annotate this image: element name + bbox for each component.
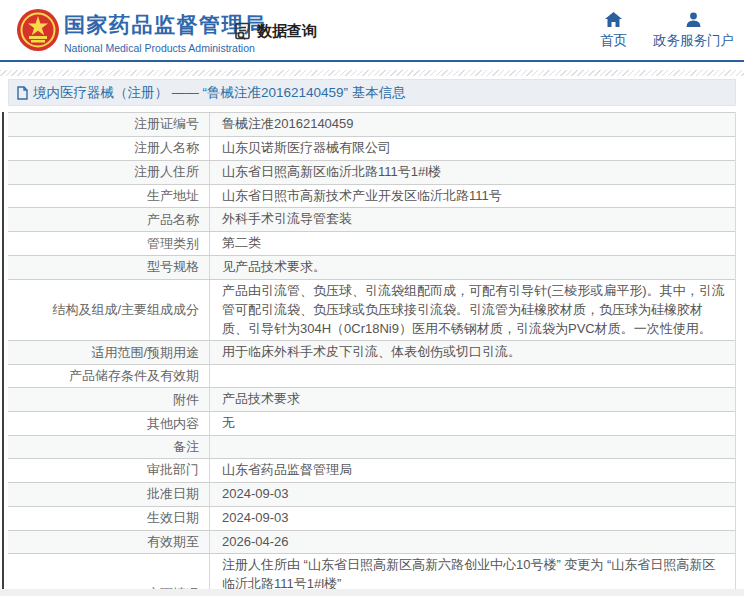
field-label-text: 产品储存条件及有效期 bbox=[69, 367, 199, 385]
field-value: 外科手术引流导管套装 bbox=[210, 208, 735, 231]
table-row: 产品储存条件及有效期 bbox=[8, 364, 735, 387]
field-label-text: 其他内容 bbox=[147, 415, 199, 433]
table-row: 生效日期 2024-09-03 bbox=[8, 506, 735, 530]
field-label: 有效期至 bbox=[8, 531, 210, 554]
table-left-accent bbox=[2, 112, 4, 596]
table-row: 产品名称 外科手术引流导管套装 bbox=[8, 207, 735, 231]
field-label: 产品储存条件及有效期 bbox=[8, 365, 210, 387]
field-label-text: 附件 bbox=[173, 391, 199, 409]
table-row: 备注 bbox=[8, 435, 735, 458]
table-row: 结构及组成/主要组成成分 产品由引流管、负压球、引流袋组配而成，可配有引导针(三… bbox=[8, 279, 735, 341]
field-label: 管理类别 bbox=[8, 232, 210, 255]
field-label-text: 备注 bbox=[173, 438, 199, 456]
nav-item-label: 政务服务门户 bbox=[653, 32, 734, 50]
table-row: 注册人住所 山东省日照高新区临沂北路111号1#l楼 bbox=[8, 160, 735, 184]
page-bottom-strip bbox=[0, 589, 744, 596]
field-label-text: 注册人住所 bbox=[134, 163, 199, 181]
field-value: 第二类 bbox=[210, 232, 735, 255]
table-row: 生产地址 山东省日照市高新技术产业开发区临沂北路111号 bbox=[8, 184, 735, 208]
field-value: 山东贝诺斯医疗器械有限公司 bbox=[210, 137, 735, 160]
table-row: 注册证编号 鲁械注准20162140459 bbox=[8, 112, 735, 136]
breadcrumb-text: 境内医疗器械（注册） —— “鲁械注准20162140459” 基本信息 bbox=[33, 84, 406, 102]
field-label-text: 批准日期 bbox=[147, 485, 199, 503]
field-value: 无 bbox=[210, 412, 735, 435]
field-label: 注册人住所 bbox=[8, 161, 210, 184]
field-value: 山东省日照高新区临沂北路111号1#l楼 bbox=[210, 161, 735, 184]
table-row: 审批部门 山东省药品监督管理局 bbox=[8, 458, 735, 482]
table-row: 适用范围/预期用途 用于临床外科手术皮下引流、体表创伤或切口引流。 bbox=[8, 340, 735, 364]
hatched-divider bbox=[0, 70, 744, 76]
breadcrumb: 境内医疗器械（注册） —— “鲁械注准20162140459” 基本信息 bbox=[8, 79, 736, 106]
field-label: 审批部门 bbox=[8, 459, 210, 482]
field-label: 型号规格 bbox=[8, 256, 210, 279]
field-value: 2026-04-26 bbox=[210, 531, 735, 554]
field-label-text: 产品名称 bbox=[147, 211, 199, 229]
field-value: 2024-09-03 bbox=[210, 483, 735, 506]
field-label: 注册人名称 bbox=[8, 137, 210, 160]
field-label: 适用范围/预期用途 bbox=[8, 341, 210, 364]
table-row: 批准日期 2024-09-03 bbox=[8, 482, 735, 506]
field-label-text: 注册人名称 bbox=[134, 139, 199, 157]
table-row: 附件 产品技术要求 bbox=[8, 387, 735, 411]
field-label: 注册证编号 bbox=[8, 113, 210, 136]
field-label: 生产地址 bbox=[8, 185, 210, 208]
table-row: 有效期至 2026-04-26 bbox=[8, 530, 735, 554]
field-label-text: 注册证编号 bbox=[134, 115, 199, 133]
field-label-text: 管理类别 bbox=[147, 235, 199, 253]
data-query-icon bbox=[233, 21, 253, 41]
field-label-text: 适用范围/预期用途 bbox=[91, 344, 199, 362]
field-label-text: 生效日期 bbox=[147, 509, 199, 527]
nav-item-label: 首页 bbox=[600, 32, 627, 50]
home-icon bbox=[605, 12, 622, 27]
field-label: 附件 bbox=[8, 388, 210, 411]
data-query-menu[interactable]: 数据查询 bbox=[233, 21, 317, 41]
field-label-text: 生产地址 bbox=[147, 187, 199, 205]
field-value: 2024-09-03 bbox=[210, 507, 735, 530]
registration-info-table: 注册证编号 鲁械注准20162140459 注册人名称 山东贝诺斯医疗器械有限公… bbox=[8, 112, 736, 596]
field-value: 产品由引流管、负压球、引流袋组配而成，可配有引导针(三棱形或扁平形)。其中，引流… bbox=[210, 280, 735, 341]
table-row: 管理类别 第二类 bbox=[8, 231, 735, 255]
field-label: 其他内容 bbox=[8, 412, 210, 435]
field-value: 产品技术要求 bbox=[210, 388, 735, 411]
field-label: 结构及组成/主要组成成分 bbox=[8, 280, 210, 341]
table-row: 注册人名称 山东贝诺斯医疗器械有限公司 bbox=[8, 136, 735, 160]
nav-item-home[interactable]: 首页 bbox=[600, 12, 627, 50]
field-value: 山东省日照市高新技术产业开发区临沂北路111号 bbox=[210, 185, 735, 208]
field-value: 山东省药品监督管理局 bbox=[210, 459, 735, 482]
field-value: 鲁械注准20162140459 bbox=[210, 113, 735, 136]
data-query-label: 数据查询 bbox=[257, 22, 317, 41]
field-label-text: 型号规格 bbox=[147, 258, 199, 276]
field-value: 见产品技术要求。 bbox=[210, 256, 735, 279]
site-header: 国家药品监督管理局 National Medical Products Admi… bbox=[0, 0, 744, 62]
field-label-text: 审批部门 bbox=[147, 461, 199, 479]
document-icon bbox=[16, 86, 29, 100]
agency-subtitle: National Medical Products Administration bbox=[64, 42, 267, 54]
top-nav: 首页 政务服务门户 bbox=[600, 12, 734, 50]
user-icon bbox=[686, 12, 701, 27]
china-emblem-icon bbox=[16, 8, 60, 52]
field-label-text: 结构及组成/主要组成成分 bbox=[52, 301, 199, 319]
table-row: 其他内容 无 bbox=[8, 411, 735, 435]
field-label: 备注 bbox=[8, 436, 210, 458]
field-value: 用于临床外科手术皮下引流、体表创伤或切口引流。 bbox=[210, 341, 735, 364]
nav-item-service-portal[interactable]: 政务服务门户 bbox=[653, 12, 734, 50]
field-label: 产品名称 bbox=[8, 208, 210, 231]
field-value bbox=[210, 445, 735, 449]
field-label: 批准日期 bbox=[8, 483, 210, 506]
field-label: 生效日期 bbox=[8, 507, 210, 530]
field-value bbox=[210, 374, 735, 378]
table-row: 型号规格 见产品技术要求。 bbox=[8, 255, 735, 279]
field-label-text: 有效期至 bbox=[147, 533, 199, 551]
